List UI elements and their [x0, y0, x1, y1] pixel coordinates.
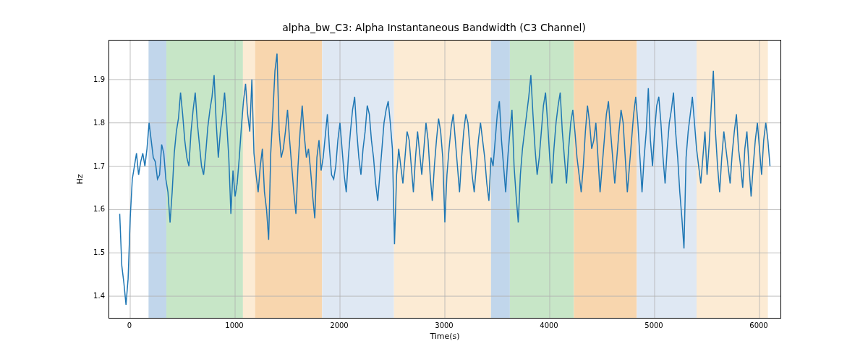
- plot-area: [109, 40, 781, 319]
- shade-band: [637, 41, 697, 318]
- x-tick-label: 1000: [225, 321, 243, 329]
- plot-svg: [109, 41, 780, 318]
- shade-band: [166, 41, 243, 318]
- shade-band: [322, 41, 393, 318]
- shade-band: [697, 41, 768, 318]
- shade-band: [394, 41, 491, 318]
- y-tick-label: 1.8: [76, 118, 105, 126]
- x-tick-label: 6000: [749, 321, 767, 329]
- y-tick-label: 1.4: [76, 292, 105, 300]
- y-tick-label: 1.6: [76, 205, 105, 213]
- x-tick-label: 5000: [644, 321, 663, 329]
- x-tick-label: 2000: [330, 321, 348, 329]
- y-tick-label: 1.9: [76, 75, 105, 83]
- y-tick-label: 1.5: [76, 248, 105, 256]
- shade-band: [574, 41, 637, 318]
- shade-band: [255, 41, 323, 318]
- figure: alpha_bw_C3: Alpha Instantaneous Bandwid…: [0, 0, 868, 362]
- chart-title: alpha_bw_C3: Alpha Instantaneous Bandwid…: [0, 22, 868, 33]
- shade-band: [243, 41, 255, 318]
- shade-band: [491, 41, 510, 318]
- x-tick-label: 4000: [540, 321, 558, 329]
- shade-band: [510, 41, 574, 318]
- x-axis-label: Time(s): [109, 332, 781, 341]
- y-tick-label: 1.7: [76, 161, 105, 169]
- x-tick-label: 0: [127, 321, 132, 329]
- x-tick-label: 3000: [435, 321, 453, 329]
